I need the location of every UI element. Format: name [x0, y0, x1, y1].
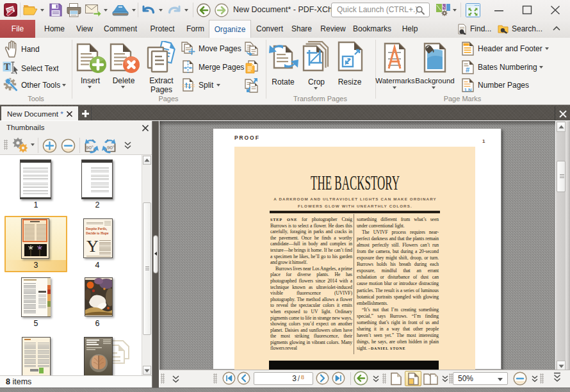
svg-text:90°: 90° [86, 145, 94, 151]
svg-text:#: # [466, 66, 469, 74]
svg-text:90°: 90° [107, 145, 115, 151]
svg-text:1.N: 1.N [464, 87, 472, 93]
svg-text:T: T [4, 61, 10, 72]
